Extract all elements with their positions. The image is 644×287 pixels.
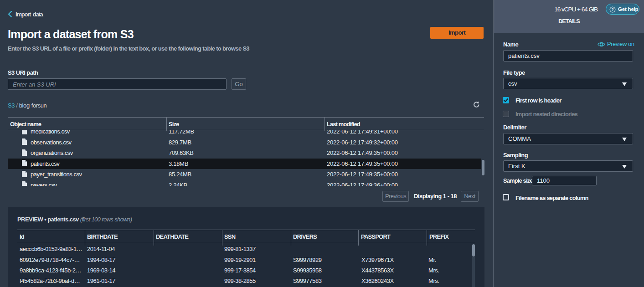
svg-text:?: ? — [612, 7, 614, 12]
